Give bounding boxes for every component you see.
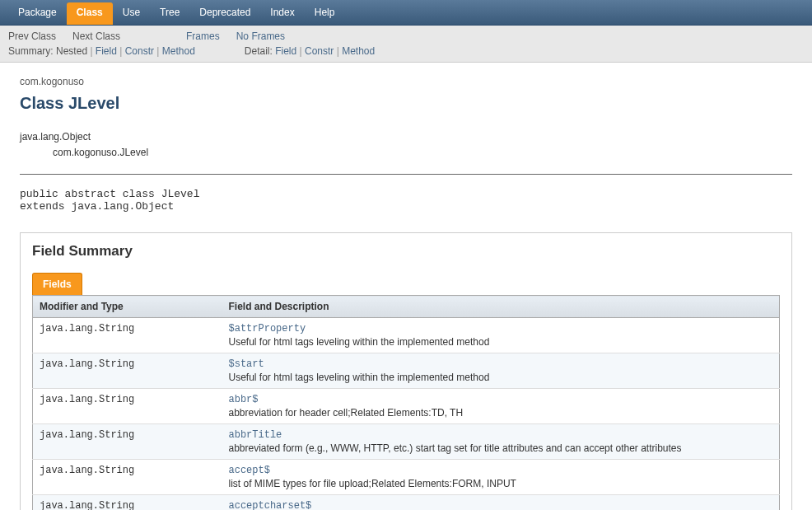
summary-label: Summary: (8, 45, 54, 57)
field-name-link[interactable]: $attrProperty (229, 323, 773, 335)
field-name-link[interactable]: abbr$ (229, 394, 773, 405)
class-signature: public abstract class JLevel extends jav… (20, 188, 792, 213)
detail-group: Detail: Field | Constr | Method (245, 45, 375, 57)
field-name-link[interactable]: acceptcharset$ (229, 500, 773, 510)
field-cell: accept$list of MIME types for file uploa… (222, 460, 780, 495)
prev-class-link[interactable]: Prev Class (8, 30, 56, 42)
table-row: java.lang.Stringacceptcharset$ (33, 495, 780, 510)
field-summary-title: Field Summary (32, 243, 780, 260)
nav-deprecated[interactable]: Deprecated (189, 0, 260, 25)
field-cell: acceptcharset$ (222, 495, 780, 510)
fields-tab[interactable]: Fields (32, 273, 82, 295)
col-field-desc: Field and Description (222, 296, 780, 318)
detail-method-link[interactable]: Method (342, 45, 375, 57)
detail-constr-link[interactable]: Constr (305, 45, 334, 57)
field-cell: $startUseful for html tags leveling with… (222, 353, 780, 389)
next-class-link[interactable]: Next Class (72, 30, 120, 42)
nav-package[interactable]: Package (8, 0, 67, 25)
nav-use[interactable]: Use (113, 0, 150, 25)
field-description: Useful for html tags leveling within the… (229, 336, 773, 348)
field-description: abbreviation for header cell;Related Ele… (229, 407, 773, 419)
no-frames-link[interactable]: No Frames (236, 30, 285, 42)
field-table: Modifier and Type Field and Description … (32, 295, 780, 510)
class-title: Class JLevel (20, 94, 792, 113)
field-cell: $attrPropertyUseful for html tags leveli… (222, 318, 780, 353)
inheritance-root: java.lang.Object (20, 129, 792, 145)
field-cell: abbr$abbreviation for header cell;Relate… (222, 389, 780, 424)
top-nav: PackageClassUseTreeDeprecatedIndexHelp (0, 0, 812, 26)
divider (20, 174, 792, 175)
content: com.kogonuso Class JLevel java.lang.Obje… (0, 63, 812, 510)
summary-method-link[interactable]: Method (162, 45, 195, 57)
nav-index[interactable]: Index (260, 0, 304, 25)
field-description: list of MIME types for file upload;Relat… (229, 478, 773, 489)
field-type: java.lang.String (33, 424, 222, 460)
nav-help[interactable]: Help (305, 0, 345, 25)
sub-nav: Prev Class Next Class Frames No Frames S… (0, 26, 812, 63)
summary-constr-link[interactable]: Constr (125, 45, 154, 57)
field-type: java.lang.String (33, 495, 222, 510)
detail-field-link[interactable]: Field (275, 45, 296, 57)
field-type: java.lang.String (33, 389, 222, 424)
package-name: com.kogonuso (20, 76, 792, 87)
table-row: java.lang.Stringaccept$list of MIME type… (33, 460, 780, 495)
field-cell: abbrTitleabbreviated form (e.g., WWW, HT… (222, 424, 780, 460)
frames-link[interactable]: Frames (186, 30, 220, 42)
detail-label: Detail: (245, 45, 273, 57)
table-row: java.lang.String$attrPropertyUseful for … (33, 318, 780, 353)
inheritance-child: com.kogonuso.JLevel (20, 145, 792, 161)
table-row: java.lang.StringabbrTitleabbreviated for… (33, 424, 780, 460)
table-row: java.lang.Stringabbr$abbreviation for he… (33, 389, 780, 424)
field-description: Useful for html tags leveling within the… (229, 372, 773, 383)
inheritance-tree: java.lang.Object com.kogonuso.JLevel (20, 129, 792, 161)
table-row: java.lang.String$startUseful for html ta… (33, 353, 780, 389)
summary-nested: Nested (56, 45, 87, 57)
field-type: java.lang.String (33, 460, 222, 495)
field-description: abbreviated form (e.g., WWW, HTTP, etc.)… (229, 442, 773, 454)
field-name-link[interactable]: accept$ (229, 465, 773, 476)
col-modifier-type: Modifier and Type (33, 296, 222, 318)
field-type: java.lang.String (33, 318, 222, 353)
summary-group: Summary: Nested | Field | Constr | Metho… (8, 45, 195, 57)
field-name-link[interactable]: $start (229, 358, 773, 370)
field-type: java.lang.String (33, 353, 222, 389)
nav-tree[interactable]: Tree (150, 0, 189, 25)
nav-class[interactable]: Class (67, 2, 113, 25)
top-nav-list: PackageClassUseTreeDeprecatedIndexHelp (0, 0, 812, 25)
field-summary-section: Field Summary Fields Modifier and Type F… (20, 232, 792, 510)
summary-field-link[interactable]: Field (96, 45, 117, 57)
field-name-link[interactable]: abbrTitle (229, 429, 773, 441)
